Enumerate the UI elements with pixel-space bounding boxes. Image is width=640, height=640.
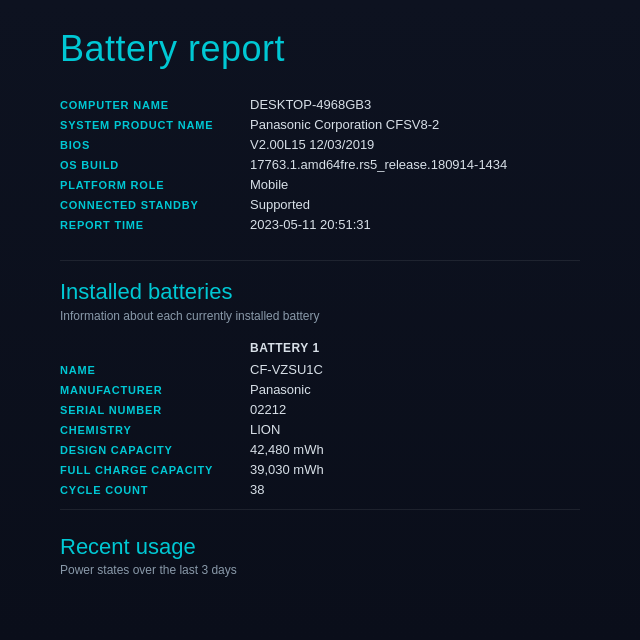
system-info-table: COMPUTER NAMEDESKTOP-4968GB3SYSTEM PRODU… bbox=[60, 94, 580, 234]
info-label: COMPUTER NAME bbox=[60, 99, 250, 111]
info-row: CONNECTED STANDBYSupported bbox=[60, 194, 580, 214]
battery-row-value: 42,480 mWh bbox=[250, 442, 324, 457]
info-value: DESKTOP-4968GB3 bbox=[250, 97, 371, 112]
battery-row-label: SERIAL NUMBER bbox=[60, 404, 250, 416]
battery-row-label: NAME bbox=[60, 364, 250, 376]
info-label: BIOS bbox=[60, 139, 250, 151]
info-row: OS BUILD17763.1.amd64fre.rs5_release.180… bbox=[60, 154, 580, 174]
battery-row: CYCLE COUNT38 bbox=[60, 479, 580, 499]
divider-1 bbox=[60, 260, 580, 261]
info-value: V2.00L15 12/03/2019 bbox=[250, 137, 374, 152]
info-value: 2023-05-11 20:51:31 bbox=[250, 217, 371, 232]
info-label: REPORT TIME bbox=[60, 219, 250, 231]
info-row: COMPUTER NAMEDESKTOP-4968GB3 bbox=[60, 94, 580, 114]
recent-usage-subtitle: Power states over the last 3 days bbox=[60, 563, 580, 577]
battery-row-label: CHEMISTRY bbox=[60, 424, 250, 436]
battery-report-page: Battery report COMPUTER NAMEDESKTOP-4968… bbox=[0, 0, 640, 640]
battery-row: FULL CHARGE CAPACITY39,030 mWh bbox=[60, 459, 580, 479]
info-value: 17763.1.amd64fre.rs5_release.180914-1434 bbox=[250, 157, 507, 172]
battery-row-label: DESIGN CAPACITY bbox=[60, 444, 250, 456]
battery-row-value: CF-VZSU1C bbox=[250, 362, 323, 377]
info-label: OS BUILD bbox=[60, 159, 250, 171]
battery-row: CHEMISTRYLION bbox=[60, 419, 580, 439]
battery-column-header: BATTERY 1 bbox=[250, 341, 320, 355]
info-row: BIOSV2.00L15 12/03/2019 bbox=[60, 134, 580, 154]
battery-row-label: CYCLE COUNT bbox=[60, 484, 250, 496]
battery-row: NAMECF-VZSU1C bbox=[60, 359, 580, 379]
info-value: Supported bbox=[250, 197, 310, 212]
battery-row: MANUFACTURERPanasonic bbox=[60, 379, 580, 399]
battery-row: DESIGN CAPACITY42,480 mWh bbox=[60, 439, 580, 459]
battery-row-value: LION bbox=[250, 422, 280, 437]
battery-row-label: MANUFACTURER bbox=[60, 384, 250, 396]
battery-header-row: BATTERY 1 bbox=[60, 339, 580, 359]
info-value: Panasonic Corporation CFSV8-2 bbox=[250, 117, 439, 132]
info-value: Mobile bbox=[250, 177, 288, 192]
battery-row-value: 02212 bbox=[250, 402, 286, 417]
info-row: REPORT TIME2023-05-11 20:51:31 bbox=[60, 214, 580, 234]
info-label: CONNECTED STANDBY bbox=[60, 199, 250, 211]
divider-2 bbox=[60, 509, 580, 510]
info-row: SYSTEM PRODUCT NAMEPanasonic Corporation… bbox=[60, 114, 580, 134]
page-title: Battery report bbox=[60, 28, 580, 70]
info-row: PLATFORM ROLEMobile bbox=[60, 174, 580, 194]
battery-row-value: 38 bbox=[250, 482, 264, 497]
battery-table-container: BATTERY 1 NAMECF-VZSU1CMANUFACTURERPanas… bbox=[60, 339, 580, 499]
installed-batteries-subtitle: Information about each currently install… bbox=[60, 309, 580, 323]
info-label: PLATFORM ROLE bbox=[60, 179, 250, 191]
battery-row-label: FULL CHARGE CAPACITY bbox=[60, 464, 250, 476]
battery-row: SERIAL NUMBER02212 bbox=[60, 399, 580, 419]
info-label: SYSTEM PRODUCT NAME bbox=[60, 119, 250, 131]
installed-batteries-title: Installed batteries bbox=[60, 279, 580, 305]
battery-row-value: Panasonic bbox=[250, 382, 311, 397]
battery-row-value: 39,030 mWh bbox=[250, 462, 324, 477]
recent-usage-title: Recent usage bbox=[60, 534, 580, 560]
recent-usage-section: Recent usage Power states over the last … bbox=[60, 534, 580, 577]
